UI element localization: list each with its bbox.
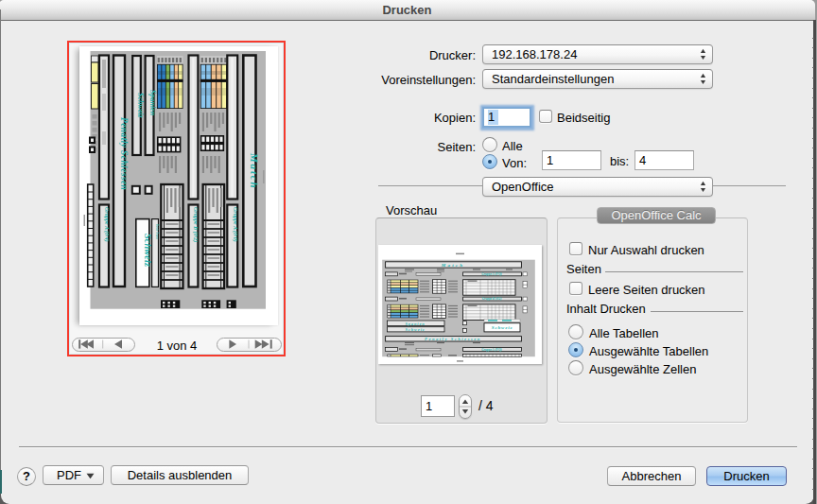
svg-text:Gruppe A (0/4): Gruppe A (0/4) [103, 207, 110, 242]
svg-text:Match: Match [249, 152, 260, 189]
svg-text:Schweiz: Schweiz [136, 93, 145, 119]
svg-text:Spanien: Spanien [148, 90, 157, 116]
svg-text:Schweiz: Schweiz [406, 327, 426, 332]
svg-text:Gruppe B (0/2): Gruppe B (0/2) [482, 297, 502, 301]
svg-text:Gruppe A (P/Q): Gruppe A (P/Q) [481, 272, 501, 276]
svg-text:Match: Match [441, 263, 464, 268]
svg-text:Gruppe B (0/2): Gruppe B (0/2) [192, 207, 199, 242]
svg-text:Schweiz: Schweiz [492, 325, 513, 330]
svg-text:Penatly Schiessen: Penatly Schiessen [425, 337, 481, 341]
svg-text:Penatly Schiessen: Penatly Schiessen [119, 117, 129, 190]
svg-text:Beide Teams: Beide Teams [155, 224, 159, 240]
svg-text:Schweiz: Schweiz [143, 234, 153, 268]
svg-text:Gruppe A (P/Q): Gruppe A (P/Q) [481, 348, 501, 352]
svg-text:Spanien: Spanien [405, 322, 425, 326]
svg-text:Gruppe A (0/0): Gruppe A (0/0) [232, 207, 238, 242]
